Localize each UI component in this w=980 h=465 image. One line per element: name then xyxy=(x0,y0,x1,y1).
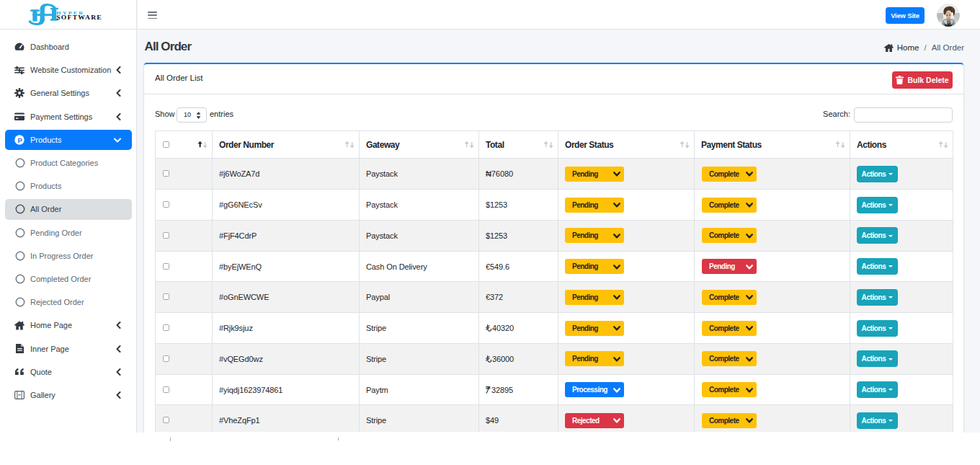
svg-text:P: P xyxy=(18,136,23,143)
svg-text:SOFTWARE: SOFTWARE xyxy=(56,14,102,21)
